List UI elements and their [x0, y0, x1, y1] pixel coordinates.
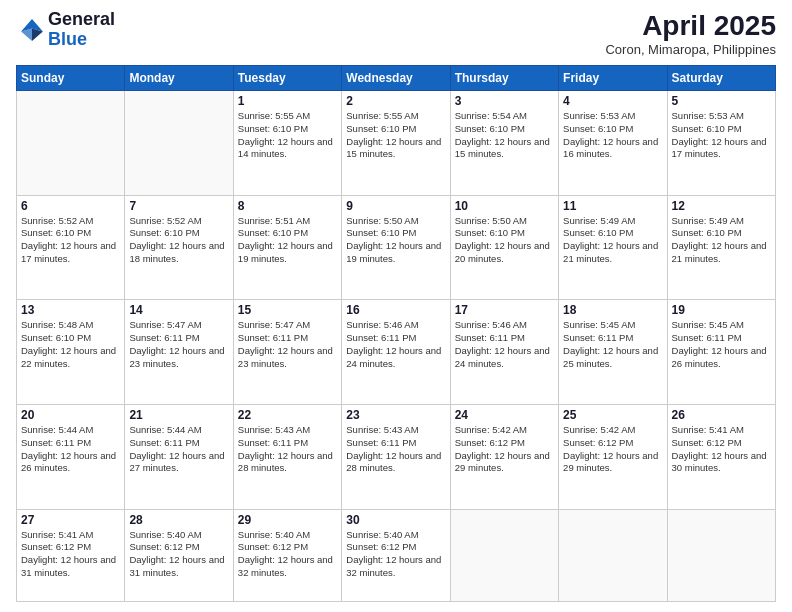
- day-number: 9: [346, 199, 445, 213]
- day-number: 30: [346, 513, 445, 527]
- day-number: 3: [455, 94, 554, 108]
- month-year: April 2025: [605, 10, 776, 42]
- day-number: 5: [672, 94, 771, 108]
- calendar-cell: 14Sunrise: 5:47 AMSunset: 6:11 PMDayligh…: [125, 300, 233, 405]
- calendar-cell: 5Sunrise: 5:53 AMSunset: 6:10 PMDaylight…: [667, 91, 775, 196]
- day-info: Sunrise: 5:42 AMSunset: 6:12 PMDaylight:…: [563, 424, 662, 475]
- calendar-cell: 13Sunrise: 5:48 AMSunset: 6:10 PMDayligh…: [17, 300, 125, 405]
- title-block: April 2025 Coron, Mimaropa, Philippines: [605, 10, 776, 57]
- calendar-cell: 4Sunrise: 5:53 AMSunset: 6:10 PMDaylight…: [559, 91, 667, 196]
- day-info: Sunrise: 5:53 AMSunset: 6:10 PMDaylight:…: [563, 110, 662, 161]
- calendar-header-row: SundayMondayTuesdayWednesdayThursdayFrid…: [17, 66, 776, 91]
- day-number: 27: [21, 513, 120, 527]
- day-number: 28: [129, 513, 228, 527]
- day-info: Sunrise: 5:42 AMSunset: 6:12 PMDaylight:…: [455, 424, 554, 475]
- day-info: Sunrise: 5:50 AMSunset: 6:10 PMDaylight:…: [455, 215, 554, 266]
- day-info: Sunrise: 5:55 AMSunset: 6:10 PMDaylight:…: [346, 110, 445, 161]
- day-info: Sunrise: 5:41 AMSunset: 6:12 PMDaylight:…: [672, 424, 771, 475]
- calendar-cell: 20Sunrise: 5:44 AMSunset: 6:11 PMDayligh…: [17, 404, 125, 509]
- day-info: Sunrise: 5:44 AMSunset: 6:11 PMDaylight:…: [21, 424, 120, 475]
- calendar-cell: [450, 509, 558, 601]
- day-info: Sunrise: 5:43 AMSunset: 6:11 PMDaylight:…: [346, 424, 445, 475]
- day-of-week-wednesday: Wednesday: [342, 66, 450, 91]
- calendar-table: SundayMondayTuesdayWednesdayThursdayFrid…: [16, 65, 776, 602]
- day-of-week-sunday: Sunday: [17, 66, 125, 91]
- day-number: 22: [238, 408, 337, 422]
- calendar-cell: 7Sunrise: 5:52 AMSunset: 6:10 PMDaylight…: [125, 195, 233, 300]
- day-info: Sunrise: 5:50 AMSunset: 6:10 PMDaylight:…: [346, 215, 445, 266]
- day-number: 29: [238, 513, 337, 527]
- day-number: 26: [672, 408, 771, 422]
- day-info: Sunrise: 5:40 AMSunset: 6:12 PMDaylight:…: [346, 529, 445, 580]
- day-info: Sunrise: 5:47 AMSunset: 6:11 PMDaylight:…: [129, 319, 228, 370]
- day-number: 21: [129, 408, 228, 422]
- calendar-week-4: 20Sunrise: 5:44 AMSunset: 6:11 PMDayligh…: [17, 404, 776, 509]
- calendar-week-5: 27Sunrise: 5:41 AMSunset: 6:12 PMDayligh…: [17, 509, 776, 601]
- day-number: 8: [238, 199, 337, 213]
- day-info: Sunrise: 5:43 AMSunset: 6:11 PMDaylight:…: [238, 424, 337, 475]
- calendar-cell: [559, 509, 667, 601]
- day-of-week-saturday: Saturday: [667, 66, 775, 91]
- logo: General Blue: [16, 10, 115, 50]
- calendar-cell: [667, 509, 775, 601]
- calendar-cell: 30Sunrise: 5:40 AMSunset: 6:12 PMDayligh…: [342, 509, 450, 601]
- day-of-week-monday: Monday: [125, 66, 233, 91]
- calendar-cell: 23Sunrise: 5:43 AMSunset: 6:11 PMDayligh…: [342, 404, 450, 509]
- day-info: Sunrise: 5:40 AMSunset: 6:12 PMDaylight:…: [129, 529, 228, 580]
- day-number: 6: [21, 199, 120, 213]
- day-info: Sunrise: 5:52 AMSunset: 6:10 PMDaylight:…: [21, 215, 120, 266]
- day-number: 15: [238, 303, 337, 317]
- day-number: 1: [238, 94, 337, 108]
- page: General Blue April 2025 Coron, Mimaropa,…: [0, 0, 792, 612]
- calendar-cell: 18Sunrise: 5:45 AMSunset: 6:11 PMDayligh…: [559, 300, 667, 405]
- day-number: 7: [129, 199, 228, 213]
- calendar-cell: 24Sunrise: 5:42 AMSunset: 6:12 PMDayligh…: [450, 404, 558, 509]
- calendar-week-3: 13Sunrise: 5:48 AMSunset: 6:10 PMDayligh…: [17, 300, 776, 405]
- calendar-cell: 22Sunrise: 5:43 AMSunset: 6:11 PMDayligh…: [233, 404, 341, 509]
- logo-icon: [18, 16, 46, 44]
- day-info: Sunrise: 5:55 AMSunset: 6:10 PMDaylight:…: [238, 110, 337, 161]
- day-of-week-friday: Friday: [559, 66, 667, 91]
- calendar-cell: 26Sunrise: 5:41 AMSunset: 6:12 PMDayligh…: [667, 404, 775, 509]
- day-number: 4: [563, 94, 662, 108]
- day-number: 12: [672, 199, 771, 213]
- calendar-cell: 17Sunrise: 5:46 AMSunset: 6:11 PMDayligh…: [450, 300, 558, 405]
- calendar-week-1: 1Sunrise: 5:55 AMSunset: 6:10 PMDaylight…: [17, 91, 776, 196]
- calendar-cell: 3Sunrise: 5:54 AMSunset: 6:10 PMDaylight…: [450, 91, 558, 196]
- calendar-cell: 8Sunrise: 5:51 AMSunset: 6:10 PMDaylight…: [233, 195, 341, 300]
- calendar-cell: 2Sunrise: 5:55 AMSunset: 6:10 PMDaylight…: [342, 91, 450, 196]
- day-of-week-thursday: Thursday: [450, 66, 558, 91]
- header: General Blue April 2025 Coron, Mimaropa,…: [16, 10, 776, 57]
- day-number: 10: [455, 199, 554, 213]
- calendar-cell: 27Sunrise: 5:41 AMSunset: 6:12 PMDayligh…: [17, 509, 125, 601]
- day-info: Sunrise: 5:54 AMSunset: 6:10 PMDaylight:…: [455, 110, 554, 161]
- day-info: Sunrise: 5:52 AMSunset: 6:10 PMDaylight:…: [129, 215, 228, 266]
- calendar-cell: 28Sunrise: 5:40 AMSunset: 6:12 PMDayligh…: [125, 509, 233, 601]
- calendar-cell: 9Sunrise: 5:50 AMSunset: 6:10 PMDaylight…: [342, 195, 450, 300]
- day-info: Sunrise: 5:46 AMSunset: 6:11 PMDaylight:…: [346, 319, 445, 370]
- day-info: Sunrise: 5:53 AMSunset: 6:10 PMDaylight:…: [672, 110, 771, 161]
- calendar-cell: 19Sunrise: 5:45 AMSunset: 6:11 PMDayligh…: [667, 300, 775, 405]
- day-info: Sunrise: 5:44 AMSunset: 6:11 PMDaylight:…: [129, 424, 228, 475]
- calendar-cell: [17, 91, 125, 196]
- day-info: Sunrise: 5:40 AMSunset: 6:12 PMDaylight:…: [238, 529, 337, 580]
- day-number: 19: [672, 303, 771, 317]
- logo-blue-text: Blue: [48, 29, 87, 49]
- day-number: 20: [21, 408, 120, 422]
- calendar-cell: 21Sunrise: 5:44 AMSunset: 6:11 PMDayligh…: [125, 404, 233, 509]
- location: Coron, Mimaropa, Philippines: [605, 42, 776, 57]
- calendar-cell: 1Sunrise: 5:55 AMSunset: 6:10 PMDaylight…: [233, 91, 341, 196]
- day-number: 25: [563, 408, 662, 422]
- day-number: 23: [346, 408, 445, 422]
- day-info: Sunrise: 5:46 AMSunset: 6:11 PMDaylight:…: [455, 319, 554, 370]
- day-number: 2: [346, 94, 445, 108]
- calendar-cell: 11Sunrise: 5:49 AMSunset: 6:10 PMDayligh…: [559, 195, 667, 300]
- day-info: Sunrise: 5:49 AMSunset: 6:10 PMDaylight:…: [563, 215, 662, 266]
- day-number: 24: [455, 408, 554, 422]
- calendar-cell: 6Sunrise: 5:52 AMSunset: 6:10 PMDaylight…: [17, 195, 125, 300]
- day-number: 13: [21, 303, 120, 317]
- calendar-cell: 15Sunrise: 5:47 AMSunset: 6:11 PMDayligh…: [233, 300, 341, 405]
- day-number: 14: [129, 303, 228, 317]
- calendar-cell: 16Sunrise: 5:46 AMSunset: 6:11 PMDayligh…: [342, 300, 450, 405]
- calendar-cell: 10Sunrise: 5:50 AMSunset: 6:10 PMDayligh…: [450, 195, 558, 300]
